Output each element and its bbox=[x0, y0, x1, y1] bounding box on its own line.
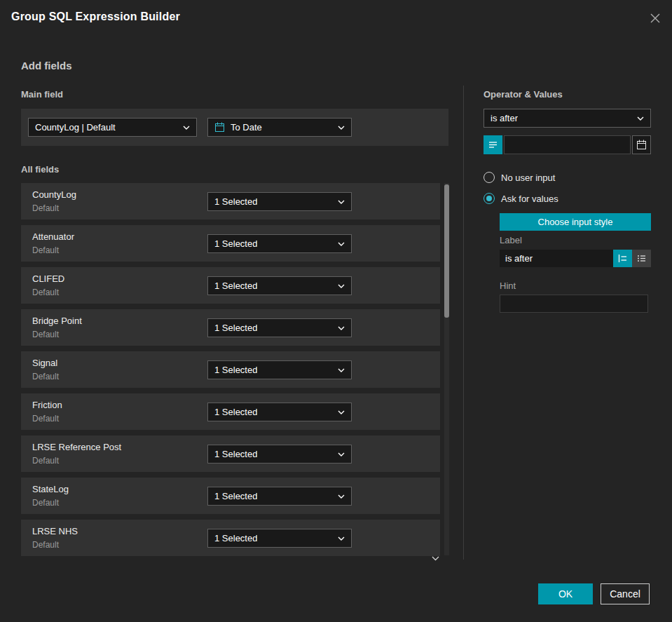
field-name: Signal bbox=[32, 358, 57, 368]
list-item: LRSE Reference Post Default 1 Selected bbox=[21, 435, 440, 472]
selected-count: 1 Selected bbox=[214, 533, 257, 543]
chevron-down-icon bbox=[338, 452, 345, 457]
hint-caption: Hint bbox=[500, 280, 516, 291]
field-name: Bridge Point bbox=[32, 316, 82, 326]
choose-input-style-button[interactable]: Choose input style bbox=[500, 213, 651, 231]
field-name: CountyLog bbox=[32, 189, 76, 200]
field-name: LRSE NHS bbox=[32, 526, 78, 536]
label-input-row bbox=[500, 250, 651, 267]
chevron-down-icon bbox=[338, 410, 345, 414]
value-calendar-button[interactable] bbox=[632, 135, 651, 154]
field-name: CLIFED bbox=[32, 273, 64, 284]
main-field-select-value: CountyLog | Default bbox=[35, 122, 116, 133]
selected-count: 1 Selected bbox=[214, 449, 257, 459]
value-input-type-button[interactable] bbox=[484, 135, 502, 154]
field-selected-dropdown[interactable]: 1 Selected bbox=[207, 192, 352, 211]
group-sql-expression-builder-dialog: Group SQL Expression Builder Add fields … bbox=[0, 0, 672, 622]
selected-count: 1 Selected bbox=[214, 407, 257, 417]
list-item: Signal Default 1 Selected bbox=[21, 351, 440, 388]
value-input-row bbox=[484, 135, 651, 154]
ask-for-values-label: Ask for values bbox=[501, 194, 558, 204]
field-subtitle: Default bbox=[32, 414, 59, 424]
selected-count: 1 Selected bbox=[214, 323, 257, 333]
main-date-select-value: To Date bbox=[231, 122, 262, 133]
list-item: Bridge Point Default 1 Selected bbox=[21, 309, 440, 346]
list-item: CountyLog Default 1 Selected bbox=[21, 183, 440, 219]
radio-selected-icon bbox=[484, 193, 495, 204]
scrollbar[interactable] bbox=[444, 183, 449, 555]
selected-count: 1 Selected bbox=[214, 280, 257, 291]
label-input[interactable] bbox=[500, 250, 613, 267]
chevron-down-icon bbox=[183, 126, 190, 130]
operator-values-heading: Operator & Values bbox=[484, 89, 563, 100]
label-caption: Label bbox=[500, 235, 522, 245]
list-item: Attenuator Default 1 Selected bbox=[21, 225, 440, 262]
main-field-label: Main field bbox=[21, 89, 63, 100]
field-subtitle: Default bbox=[32, 456, 59, 466]
selected-count: 1 Selected bbox=[214, 238, 257, 249]
field-subtitle: Default bbox=[32, 372, 59, 381]
no-user-input-radio[interactable]: No user input bbox=[484, 172, 555, 183]
cancel-button[interactable]: Cancel bbox=[601, 583, 650, 604]
field-name: Attenuator bbox=[32, 231, 74, 242]
field-selected-dropdown[interactable]: 1 Selected bbox=[207, 529, 352, 548]
field-selected-dropdown[interactable]: 1 Selected bbox=[207, 276, 352, 295]
chevron-down-icon bbox=[338, 368, 345, 372]
field-selected-dropdown[interactable]: 1 Selected bbox=[207, 445, 352, 464]
list-item: LRSE NHS Default 1 Selected bbox=[21, 520, 440, 556]
field-selected-dropdown[interactable]: 1 Selected bbox=[207, 487, 352, 506]
chevron-down-icon bbox=[338, 536, 345, 541]
calendar-icon bbox=[636, 140, 647, 150]
calendar-icon bbox=[214, 122, 225, 133]
chevron-down-icon bbox=[338, 494, 345, 499]
field-selected-dropdown[interactable]: 1 Selected bbox=[207, 403, 352, 421]
list-item: CLIFED Default 1 Selected bbox=[21, 267, 440, 304]
dialog-title: Group SQL Expression Builder bbox=[11, 11, 180, 23]
field-subtitle: Default bbox=[32, 540, 59, 550]
list-item: Friction Default 1 Selected bbox=[21, 393, 440, 430]
main-date-select[interactable]: To Date bbox=[207, 118, 352, 137]
list-item: StateLog Default 1 Selected bbox=[21, 478, 440, 514]
main-field-bar: CountyLog | Default To Date bbox=[21, 109, 448, 146]
field-subtitle: Default bbox=[32, 330, 59, 339]
chevron-down-icon bbox=[338, 284, 345, 288]
no-user-input-label: No user input bbox=[501, 173, 555, 183]
all-fields-list: CountyLog Default 1 Selected Attenuator … bbox=[21, 183, 440, 562]
field-selected-dropdown[interactable]: 1 Selected bbox=[207, 360, 352, 379]
field-name: StateLog bbox=[32, 484, 69, 494]
panel-divider bbox=[463, 86, 464, 560]
ask-for-values-radio[interactable]: Ask for values bbox=[484, 193, 558, 204]
hint-input[interactable] bbox=[500, 295, 648, 313]
list-icon bbox=[636, 253, 647, 264]
input-lines-icon bbox=[488, 140, 498, 150]
field-subtitle: Default bbox=[32, 288, 59, 297]
align-left-icon bbox=[617, 253, 628, 264]
value-input[interactable] bbox=[504, 135, 631, 154]
field-subtitle: Default bbox=[32, 498, 59, 508]
field-subtitle: Default bbox=[32, 245, 59, 255]
chevron-down-icon bbox=[338, 242, 345, 246]
ok-button[interactable]: OK bbox=[538, 583, 593, 604]
field-subtitle: Default bbox=[32, 203, 59, 213]
selected-count: 1 Selected bbox=[214, 491, 257, 501]
chevron-down-icon bbox=[338, 326, 345, 330]
list-input-style-button[interactable] bbox=[632, 250, 651, 267]
chevron-down-icon bbox=[637, 116, 644, 121]
chevron-down-icon bbox=[338, 126, 345, 130]
text-input-style-button[interactable] bbox=[613, 250, 632, 267]
add-fields-heading: Add fields bbox=[21, 60, 72, 72]
radio-unselected-icon bbox=[484, 172, 495, 183]
close-button[interactable] bbox=[647, 11, 663, 26]
field-selected-dropdown[interactable]: 1 Selected bbox=[207, 318, 352, 337]
field-name: LRSE Reference Post bbox=[32, 442, 121, 452]
selected-count: 1 Selected bbox=[214, 196, 257, 207]
all-fields-label: All fields bbox=[21, 164, 59, 175]
chevron-down-icon bbox=[338, 200, 345, 204]
scroll-down-icon[interactable] bbox=[430, 554, 441, 562]
field-selected-dropdown[interactable]: 1 Selected bbox=[207, 234, 352, 253]
close-icon bbox=[648, 11, 662, 25]
scrollbar-thumb[interactable] bbox=[444, 184, 449, 318]
operator-select-value: is after bbox=[491, 113, 518, 123]
operator-select[interactable]: is after bbox=[484, 109, 651, 128]
main-field-select[interactable]: CountyLog | Default bbox=[28, 118, 197, 137]
